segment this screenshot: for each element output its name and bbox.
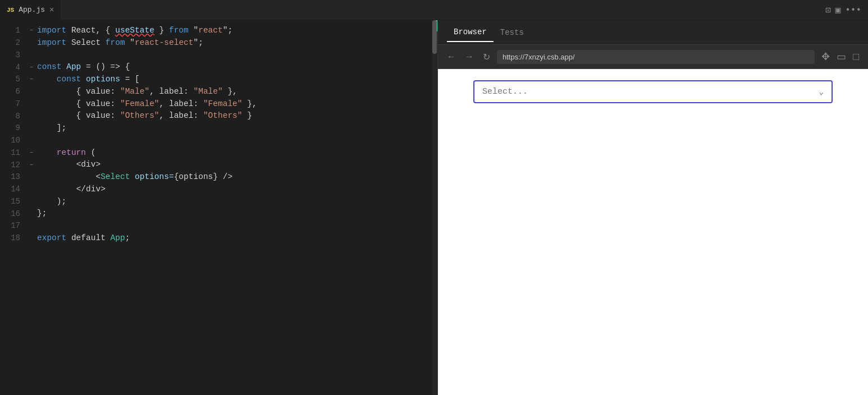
code-token: react [198, 25, 223, 37]
code-token: const [37, 61, 62, 74]
code-token: ( [86, 147, 95, 159]
expand-button[interactable]: □ [851, 48, 861, 65]
fold-icon[interactable]: − [27, 148, 36, 157]
code-token [37, 171, 95, 183]
code-token: } [154, 25, 169, 37]
fold-icon[interactable]: − [27, 26, 36, 35]
code-token: App [62, 61, 86, 74]
code-token: import [37, 25, 66, 37]
code-token: ); [37, 196, 66, 208]
code-line: ); [27, 196, 432, 208]
code-token: const [37, 74, 81, 86]
code-line: { value: "Male", label: "Male" }, [27, 86, 432, 98]
code-token: Select [66, 37, 106, 49]
line-number: 6 [0, 86, 20, 98]
code-token [37, 159, 76, 171]
line-number: 10 [0, 135, 20, 147]
code-token: from [169, 25, 189, 37]
tab-browser[interactable]: Browser [447, 23, 494, 42]
code-line: ]; [27, 122, 432, 135]
forward-button[interactable]: → [463, 50, 476, 63]
code-token: export [37, 232, 66, 245]
code-token: " [125, 37, 135, 49]
editor-panel: 123456789101112131415161718 −import Reac… [0, 20, 438, 395]
fold-icon[interactable]: − [27, 63, 36, 72]
select-box[interactable]: ⌄ [473, 80, 833, 103]
line-number: 5 [0, 74, 20, 86]
code-token: "Male" [193, 86, 222, 98]
code-token: , label: [149, 86, 193, 98]
editor-tab[interactable]: JS App.js × [0, 0, 61, 20]
url-bar[interactable] [497, 50, 815, 64]
code-token: { value: [37, 98, 120, 111]
browser-tab-bar: Browser Tests [438, 20, 868, 45]
code-token: { value: [37, 110, 120, 122]
code-line: export default App; [27, 232, 432, 245]
line-number: 1 [0, 25, 20, 37]
line-number: 8 [0, 110, 20, 122]
line-number: 16 [0, 208, 20, 220]
preview-icon[interactable]: ▣ [835, 4, 841, 16]
code-token: = [ [125, 74, 140, 86]
code-token: "Others" [203, 110, 243, 122]
select-input[interactable] [482, 87, 819, 97]
scrollbar[interactable] [432, 20, 437, 395]
code-line: − const options = [ [27, 74, 432, 86]
code-token: return [37, 147, 86, 159]
line-number: 2 [0, 37, 20, 49]
tab-bar-actions: ⊡ ▣ ••• [825, 4, 868, 16]
code-line: − <div> [27, 159, 432, 171]
tab-close-button[interactable]: × [49, 6, 54, 14]
code-token: , label: [159, 98, 203, 111]
code-token: , label: [159, 110, 203, 122]
line-numbers: 123456789101112131415161718 [0, 20, 27, 395]
code-line: { value: "Female", label: "Female" }, [27, 98, 432, 111]
code-token: "Others" [120, 110, 159, 122]
fold-icon[interactable]: − [27, 160, 36, 169]
code-token: </div> [76, 183, 106, 196]
more-options-icon[interactable]: ••• [845, 5, 861, 15]
external-link-button[interactable]: ✥ [819, 48, 832, 65]
code-token: default [66, 232, 110, 245]
copy-button[interactable]: ▭ [834, 48, 848, 65]
code-line: }; [27, 208, 432, 220]
code-token: } [243, 110, 252, 122]
code-line [27, 220, 432, 232]
line-number: 18 [0, 232, 20, 245]
code-token: { [120, 61, 130, 74]
tab-tests[interactable]: Tests [494, 24, 531, 42]
line-number: 4 [0, 61, 20, 74]
main-area: 123456789101112131415161718 −import Reac… [0, 20, 868, 395]
code-token: <div> [76, 159, 101, 171]
scrollbar-thumb[interactable] [432, 20, 437, 54]
code-content[interactable]: −import React, { useState } from "react"… [27, 20, 432, 395]
code-token: useState [115, 25, 154, 37]
code-token: App [111, 232, 125, 245]
browser-content: ⌄ [438, 69, 868, 395]
back-button[interactable]: ← [445, 50, 458, 63]
code-token: ]; [37, 122, 66, 135]
code-token: {options} [174, 171, 218, 183]
code-token: options [81, 74, 125, 86]
code-token: import [37, 37, 66, 49]
code-token: React, { [66, 25, 115, 37]
refresh-button[interactable]: ↻ [481, 49, 492, 65]
select-component: ⌄ [473, 80, 833, 103]
line-number: 14 [0, 183, 20, 196]
code-token: Select [100, 171, 130, 183]
browser-panel: Browser Tests ← → ↻ ✥ ▭ □ ⌄ [438, 20, 868, 395]
code-line: </div> [27, 183, 432, 196]
code-line: { value: "Others", label: "Others" } [27, 110, 432, 122]
code-token: " [189, 25, 198, 37]
fold-icon[interactable]: − [27, 75, 36, 84]
code-line: −const App = () => { [27, 61, 432, 74]
chevron-down-icon[interactable]: ⌄ [819, 87, 824, 97]
code-line: import Select from "react-select"; [27, 37, 432, 49]
code-line [27, 49, 432, 62]
tab-label: App.js [19, 6, 45, 14]
code-token: }, [223, 86, 237, 98]
split-editor-icon[interactable]: ⊡ [825, 4, 831, 16]
code-token: { value: [37, 86, 120, 98]
code-token: "; [223, 25, 232, 37]
browser-action-buttons: ✥ ▭ □ [819, 48, 861, 65]
